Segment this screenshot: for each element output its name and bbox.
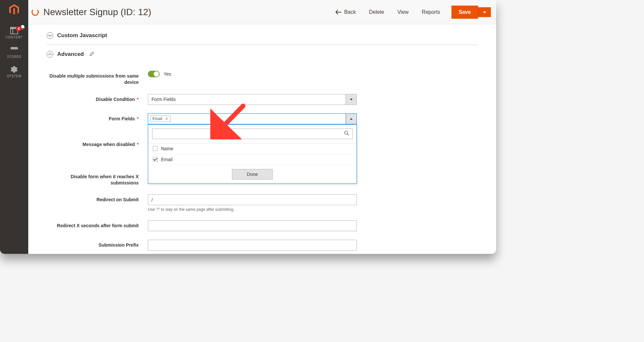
label-redirect-delay: Redirect X seconds after form submit xyxy=(47,220,148,229)
section-title: Advanced xyxy=(57,51,84,58)
dropdown-search-input[interactable] xyxy=(152,129,353,139)
magento-logo[interactable] xyxy=(0,0,28,20)
chevron-down-icon xyxy=(483,12,486,13)
toggle-disable-multi[interactable]: Yes xyxy=(148,71,171,77)
magento-logo-icon xyxy=(9,4,19,15)
reports-button[interactable]: Reports xyxy=(415,9,447,15)
chevron-up-icon[interactable] xyxy=(346,114,356,124)
input-submission-prefix[interactable] xyxy=(148,240,357,251)
admin-sidebar: CONTENT 4 STORES SYSTEM xyxy=(0,0,28,254)
label-disable-condition: Disable Condition* xyxy=(47,94,148,103)
toggle-value: Yes xyxy=(164,71,171,77)
input-redirect[interactable] xyxy=(148,194,357,205)
page-header: Newsletter Signup (ID: 12) Back Delete V… xyxy=(28,0,496,24)
option-email[interactable]: Email xyxy=(148,154,356,165)
edit-icon[interactable] xyxy=(90,51,94,57)
sidebar-item-label: STORES xyxy=(0,55,28,59)
back-button[interactable]: Back xyxy=(329,9,362,15)
option-name[interactable]: Name xyxy=(148,143,356,154)
sidebar-item-label: SYSTEM xyxy=(0,74,28,78)
stores-icon xyxy=(0,46,28,54)
section-custom-javascript[interactable]: Custom Javascript xyxy=(47,26,478,45)
label-reach-x: Disable form when it reaches X submissio… xyxy=(47,171,148,186)
loading-spinner-icon xyxy=(32,9,39,16)
done-button[interactable]: Done xyxy=(232,169,272,180)
section-advanced[interactable]: Advanced xyxy=(47,45,478,63)
main-content: Custom Javascript Advanced Disable multi… xyxy=(28,24,496,254)
arrow-left-icon xyxy=(335,10,341,14)
delete-button[interactable]: Delete xyxy=(362,9,391,15)
redirect-hint: Use "/" to stay on the same page after s… xyxy=(148,207,357,212)
select-disable-condition[interactable]: Form Fields xyxy=(148,94,357,105)
toggle-switch-icon xyxy=(148,71,160,77)
sidebar-item-content[interactable]: CONTENT 4 xyxy=(0,23,28,42)
chevron-down-icon xyxy=(346,94,356,105)
save-dropdown-toggle[interactable] xyxy=(478,7,491,17)
view-button[interactable]: View xyxy=(391,9,415,15)
checkbox-checked-icon xyxy=(153,157,158,162)
label-message-disabled: Message when disabled* xyxy=(47,141,148,148)
label-form-fields: Form Fields* xyxy=(47,113,148,122)
save-button[interactable]: Save xyxy=(451,6,478,19)
svg-line-4 xyxy=(348,134,349,135)
collapse-icon xyxy=(47,51,53,58)
remove-tag-icon[interactable]: ✕ xyxy=(165,116,168,121)
gear-icon xyxy=(0,66,28,73)
multiselect-dropdown: Name Email Done xyxy=(148,124,357,184)
input-redirect-delay[interactable] xyxy=(148,220,357,231)
multiselect-form-fields[interactable]: Email ✕ xyxy=(148,113,357,124)
label-submission-prefix: Submission Prefix xyxy=(47,240,148,248)
expand-icon xyxy=(47,32,53,39)
sidebar-item-stores[interactable]: STORES xyxy=(0,42,28,62)
selected-tag-email: Email ✕ xyxy=(150,115,171,122)
svg-rect-2 xyxy=(11,29,13,34)
search-icon xyxy=(344,131,349,137)
label-redirect: Redirect on Submit xyxy=(47,194,148,203)
notification-badge: 4 xyxy=(16,26,22,31)
checkbox-unchecked-icon xyxy=(153,146,158,151)
sidebar-item-label: CONTENT xyxy=(0,36,28,39)
page-title: Newsletter Signup (ID: 12) xyxy=(43,7,329,17)
label-disable-multi: Disable multiple submissions from same d… xyxy=(47,71,148,86)
svg-point-3 xyxy=(345,131,348,134)
sidebar-item-system[interactable]: SYSTEM xyxy=(0,62,28,81)
section-title: Custom Javascript xyxy=(57,32,107,39)
